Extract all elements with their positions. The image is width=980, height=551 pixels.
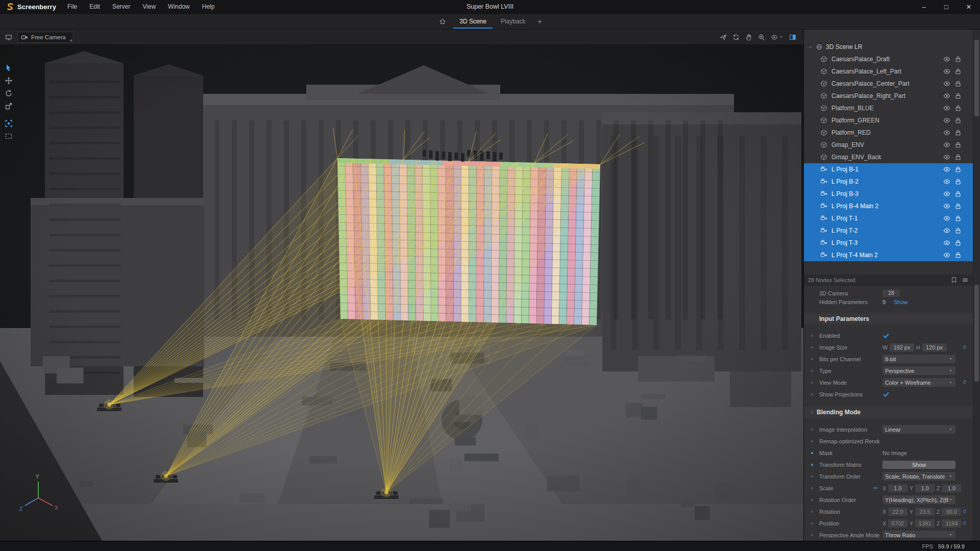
- scale-z-field[interactable]: 1.0: [942, 484, 961, 492]
- maximize-button[interactable]: □: [935, 0, 958, 13]
- refresh-icon[interactable]: [732, 34, 740, 41]
- scrollbar-thumb[interactable]: [974, 285, 979, 382]
- pan-tool-icon[interactable]: [745, 34, 752, 41]
- tree-node[interactable]: L Proj T-1: [804, 212, 973, 224]
- show-matrix-button[interactable]: Show: [883, 461, 955, 469]
- section-blending-mode[interactable]: Blending Mode: [804, 407, 973, 418]
- checkmark-icon[interactable]: [883, 332, 890, 339]
- tree-node[interactable]: Platform_RED: [804, 127, 973, 139]
- type-select[interactable]: Perspective: [883, 366, 955, 375]
- tree-node[interactable]: L Proj B-3: [804, 188, 973, 200]
- move-tool-icon[interactable]: [5, 77, 13, 85]
- scrollbar-thumb[interactable]: [974, 40, 979, 116]
- tree-node[interactable]: L Proj B-1: [804, 163, 973, 176]
- eye-icon[interactable]: [943, 92, 950, 99]
- tree-node[interactable]: CaesarsPalace_Center_Part: [804, 78, 973, 90]
- select-tool-icon[interactable]: [5, 64, 13, 72]
- panel-scrollbar[interactable]: [973, 30, 980, 541]
- tree-node[interactable]: L Proj T-3: [804, 237, 973, 249]
- eye-icon[interactable]: [943, 141, 950, 148]
- eye-icon[interactable]: [943, 239, 950, 246]
- lock-icon[interactable]: [954, 80, 962, 87]
- tree-node[interactable]: L Proj T-4 Main 2: [804, 249, 973, 261]
- split-view-icon[interactable]: [789, 34, 796, 41]
- lock-icon[interactable]: [954, 105, 962, 112]
- tab-3d-scene[interactable]: 3D Scene: [453, 15, 493, 29]
- lock-icon[interactable]: [954, 154, 962, 161]
- tree-node[interactable]: L Proj B-4 Main 2: [804, 200, 973, 212]
- viewport-canvas[interactable]: Y X Z: [0, 45, 803, 541]
- rotation-z-field[interactable]: 90.0: [942, 508, 961, 516]
- chevron-down-icon[interactable]: [808, 45, 813, 49]
- eye-icon[interactable]: [943, 166, 950, 173]
- visibility-icon[interactable]: [771, 34, 783, 41]
- tree-root-node[interactable]: 3D Scene LR: [804, 41, 973, 53]
- eye-icon[interactable]: [943, 227, 950, 234]
- menu-item[interactable]: Help: [196, 3, 221, 10]
- lock-icon[interactable]: [954, 129, 962, 136]
- viewport[interactable]: Free Camera: [0, 30, 803, 541]
- zoom-tool-icon[interactable]: [758, 34, 765, 41]
- lock-icon[interactable]: [954, 56, 962, 63]
- rotation-y-field[interactable]: 23.5: [915, 508, 935, 516]
- lock-icon[interactable]: [954, 117, 962, 124]
- tab-playback[interactable]: Playback: [495, 15, 532, 29]
- rotation-x-field[interactable]: 22.0: [888, 508, 908, 516]
- fly-mode-icon[interactable]: [720, 34, 727, 41]
- lock-icon[interactable]: [954, 166, 962, 173]
- section-input-parameters[interactable]: Input Parameters: [804, 313, 973, 324]
- tree-node[interactable]: Gmap_ENV_Back: [804, 151, 973, 163]
- eye-icon[interactable]: [943, 56, 950, 63]
- eye-icon[interactable]: [943, 105, 950, 112]
- bookmark-icon[interactable]: [950, 277, 958, 284]
- minimize-button[interactable]: –: [913, 0, 935, 13]
- eye-icon[interactable]: [943, 215, 950, 222]
- reset-icon[interactable]: [962, 521, 967, 525]
- eye-icon[interactable]: [943, 203, 950, 210]
- position-z-field[interactable]: 1194: [942, 519, 961, 528]
- reset-icon[interactable]: [962, 380, 967, 385]
- marquee-tool-icon[interactable]: [5, 132, 13, 140]
- view-mode-select[interactable]: Color + Wireframe: [883, 378, 955, 387]
- rotation-order-select[interactable]: Y(Heading), X(Pitch), Z(B: [883, 495, 955, 504]
- lock-icon[interactable]: [954, 190, 962, 197]
- lock-icon[interactable]: [954, 92, 962, 99]
- eye-icon[interactable]: [943, 190, 950, 197]
- lock-icon[interactable]: [954, 215, 962, 222]
- tree-node[interactable]: Platform_GREEN: [804, 114, 973, 127]
- menu-item[interactable]: View: [136, 3, 162, 10]
- tree-node[interactable]: CaesarsPalace_Right_Part: [804, 90, 973, 102]
- eye-icon[interactable]: [943, 80, 950, 87]
- eye-icon[interactable]: [943, 129, 950, 136]
- tree-node[interactable]: CaesarsPalace_Left_Part: [804, 65, 973, 78]
- home-tab-icon[interactable]: [434, 18, 451, 25]
- camera-selector[interactable]: Free Camera: [17, 32, 74, 43]
- menu-item[interactable]: Window: [162, 3, 196, 10]
- bits-per-channel-select[interactable]: 8-bit: [883, 355, 955, 363]
- scale-tool-icon[interactable]: [5, 102, 13, 110]
- checkmark-icon[interactable]: [883, 391, 890, 398]
- rotate-tool-icon[interactable]: [5, 89, 13, 97]
- transform-order-select[interactable]: Scale, Rotate, Translate: [883, 472, 955, 481]
- eye-icon[interactable]: [943, 154, 950, 161]
- perspective-angle-mode-select[interactable]: Throw Ratio: [883, 531, 955, 538]
- eye-icon[interactable]: [943, 68, 950, 75]
- tree-node[interactable]: CaesarsPalace_Draft: [804, 53, 973, 65]
- panel-menu-icon[interactable]: [962, 277, 969, 284]
- interpolation-select[interactable]: Linear: [883, 425, 955, 434]
- position-y-field[interactable]: 1391: [915, 519, 935, 528]
- link-axes-icon[interactable]: [873, 486, 878, 490]
- tree-node[interactable]: Gmap_ENV: [804, 139, 973, 151]
- lock-icon[interactable]: [954, 141, 962, 148]
- eye-icon[interactable]: [943, 178, 950, 185]
- tree-node[interactable]: L Proj T-2: [804, 224, 973, 237]
- width-field[interactable]: 192 px: [890, 343, 914, 352]
- show-hidden-button[interactable]: Show: [894, 299, 908, 305]
- close-button[interactable]: ✕: [958, 0, 980, 13]
- scale-y-field[interactable]: 1.0: [915, 484, 935, 492]
- lock-icon[interactable]: [954, 227, 962, 234]
- menu-item[interactable]: Edit: [83, 3, 106, 10]
- lock-icon[interactable]: [954, 203, 962, 210]
- eye-icon[interactable]: [943, 117, 950, 124]
- tree-node[interactable]: Platform_BLUE: [804, 102, 973, 114]
